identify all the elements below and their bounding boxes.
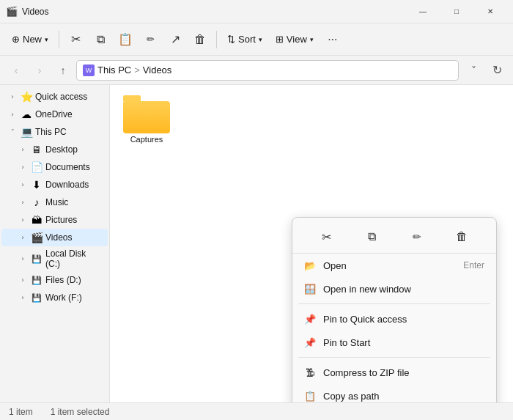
view-chevron-icon: ▾ [310, 36, 314, 43]
onedrive-expand-icon: › [7, 109, 18, 119]
sort-button[interactable]: ⇅ Sort ▾ [221, 30, 268, 48]
ctx-compress-label: Compress to ZIP file [323, 367, 484, 378]
sort-icon: ⇅ [227, 34, 235, 45]
status-bar: 1 item 1 item selected [0, 402, 513, 420]
toolbar: ⊕ New ▾ ✂ ⧉ 📋 ✏ ↗ 🗑 ⇅ Sort ▾ ⊞ View ▾ ··… [0, 23, 513, 56]
sort-chevron-icon: ▾ [259, 36, 262, 43]
minimize-button[interactable]: — [406, 0, 440, 23]
sidebar-item-documents[interactable]: › 📄 Documents [1, 158, 108, 176]
refresh-button[interactable]: ↻ [487, 60, 507, 81]
folder-icon [123, 95, 170, 133]
pictures-label: Pictures [45, 215, 102, 225]
music-label: Music [45, 197, 102, 207]
documents-icon: 📄 [31, 161, 43, 173]
quick-access-icon: ⭐ [21, 91, 32, 103]
path-separator: > [134, 65, 140, 75]
ctx-delete-button[interactable]: 🗑 [450, 225, 473, 248]
this-pc-crumb: This PC [97, 65, 131, 75]
ctx-open-item[interactable]: 📂 Open Enter [292, 254, 496, 277]
documents-label: Documents [45, 162, 102, 172]
ctx-open-icon: 📂 [304, 259, 316, 271]
content-area: Captures W TheWindowsClub ✂ ⧉ ✏ 🗑 📂 Open… [110, 85, 513, 402]
music-icon: ♪ [31, 196, 43, 208]
delete-button[interactable]: 🗑 [188, 28, 212, 51]
ctx-copy-path-icon: 📋 [304, 390, 316, 402]
maximize-button[interactable]: □ [440, 0, 473, 23]
local-disk-label: Local Disk (C:) [45, 248, 102, 269]
videos-expand-icon: › [18, 232, 28, 243]
sidebar-item-local-disk[interactable]: › 💾 Local Disk (C:) [1, 246, 108, 271]
ctx-pin-start-item[interactable]: 📌 Pin to Start [292, 331, 496, 354]
ctx-open-new-window-item[interactable]: 🪟 Open in new window [292, 277, 496, 301]
title-icon: 🎬 [6, 6, 18, 18]
folder-body [123, 101, 170, 133]
copy-button[interactable]: ⧉ [89, 28, 112, 51]
sidebar-item-pictures[interactable]: › 🏔 Pictures [1, 211, 108, 229]
videos-icon: 🎬 [31, 232, 43, 243]
videos-label: Videos [45, 232, 102, 243]
this-pc-label: This PC [35, 127, 102, 137]
desktop-label: Desktop [45, 144, 102, 155]
expand-address-button[interactable]: ˅ [463, 60, 484, 81]
share-button[interactable]: ↗ [163, 28, 187, 51]
sort-label: Sort [238, 34, 256, 45]
view-button[interactable]: ⊞ View ▾ [270, 30, 320, 48]
address-path[interactable]: W This PC > Videos [76, 60, 459, 81]
ctx-copy-path-label: Copy as path [323, 391, 484, 402]
title-controls: — □ ✕ [406, 0, 507, 23]
new-label: New [23, 34, 42, 45]
this-pc-icon: 💻 [21, 126, 32, 138]
toolbar-divider-1 [59, 31, 59, 48]
desktop-expand-icon: › [18, 144, 28, 155]
this-pc-expand-icon: ˅ [7, 127, 18, 137]
rename-button[interactable]: ✏ [139, 28, 162, 51]
main-layout: › ⭐ Quick access › ☁ OneDrive ˅ 💻 This P… [0, 85, 513, 402]
desktop-icon: 🖥 [31, 144, 43, 155]
folder-name: Captures [130, 135, 163, 144]
downloads-expand-icon: › [18, 180, 28, 190]
selected-count: 1 item selected [51, 407, 110, 417]
sidebar-item-downloads[interactable]: › ⬇ Downloads [1, 176, 108, 194]
sidebar-item-desktop[interactable]: › 🖥 Desktop [1, 141, 108, 158]
ctx-rename-button[interactable]: ✏ [405, 225, 429, 248]
sidebar-item-files-d[interactable]: › 💾 Files (D:) [1, 271, 108, 289]
music-expand-icon: › [18, 197, 28, 207]
back-button[interactable]: ‹ [6, 60, 26, 81]
documents-expand-icon: › [18, 162, 28, 172]
sidebar-item-quick-access[interactable]: › ⭐ Quick access [1, 88, 108, 106]
folder-item-captures[interactable]: Captures [117, 92, 176, 147]
onedrive-label: OneDrive [35, 109, 102, 119]
sidebar-item-work-f[interactable]: › 💾 Work (F:) [1, 289, 108, 306]
onedrive-icon: ☁ [21, 108, 32, 120]
quick-access-expand-icon: › [7, 92, 18, 102]
more-button[interactable]: ··· [321, 28, 344, 51]
close-button[interactable]: ✕ [473, 0, 507, 23]
pictures-icon: 🏔 [31, 214, 43, 226]
local-disk-expand-icon: › [18, 254, 28, 264]
downloads-label: Downloads [45, 180, 102, 190]
sidebar-item-onedrive[interactable]: › ☁ OneDrive [1, 106, 108, 123]
up-button[interactable]: ↑ [53, 60, 73, 81]
ctx-open-shortcut: Enter [463, 260, 484, 270]
ctx-pin-quick-access-item[interactable]: 📌 Pin to Quick access [292, 307, 496, 331]
ctx-open-new-window-label: Open in new window [323, 284, 477, 295]
sidebar-item-music[interactable]: › ♪ Music [1, 194, 108, 211]
ctx-copy-path-item[interactable]: 📋 Copy as path [292, 384, 496, 402]
context-toolbar: ✂ ⧉ ✏ 🗑 [292, 221, 496, 254]
title-text: Videos [22, 7, 48, 17]
new-chevron-icon: ▾ [45, 36, 48, 43]
forward-button[interactable]: › [29, 60, 50, 81]
sidebar-item-this-pc[interactable]: ˅ 💻 This PC [1, 123, 108, 141]
ctx-pin-start-label: Pin to Start [323, 337, 484, 348]
view-label: View [287, 34, 307, 45]
toolbar-divider-2 [216, 31, 217, 48]
ctx-cut-button[interactable]: ✂ [315, 225, 339, 248]
ctx-copy-button[interactable]: ⧉ [360, 225, 383, 248]
sidebar-item-videos[interactable]: › 🎬 Videos [1, 229, 108, 246]
ctx-compress-item[interactable]: 🗜 Compress to ZIP file [292, 361, 496, 384]
cut-button[interactable]: ✂ [64, 28, 87, 51]
paste-button[interactable]: 📋 [114, 28, 137, 51]
pictures-expand-icon: › [18, 215, 28, 225]
downloads-icon: ⬇ [31, 179, 43, 191]
new-button[interactable]: ⊕ New ▾ [6, 30, 54, 48]
